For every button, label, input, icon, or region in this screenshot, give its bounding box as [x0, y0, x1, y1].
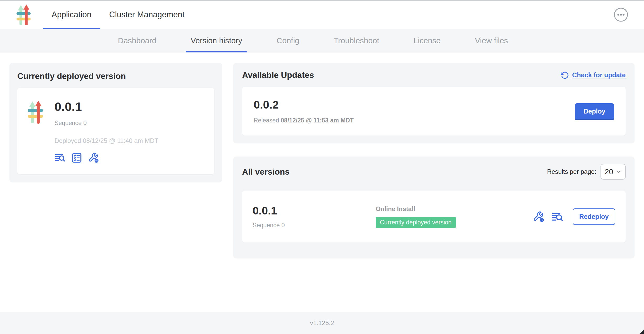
app-logo-icon [15, 4, 32, 25]
edit-config-icon[interactable] [533, 211, 544, 222]
results-per-page-select[interactable]: 20 [601, 164, 626, 180]
app-subnav: Dashboard Version history Config Trouble… [0, 29, 644, 52]
app-header: Application Cluster Management [0, 0, 644, 29]
app-footer: v1.125.2 [0, 312, 644, 334]
available-updates-panel: Available Updates Check for update 0.0.2… [233, 63, 635, 143]
currently-deployed-card: 0.0.1 Sequence 0 Deployed 08/12/25 @ 11:… [17, 88, 214, 174]
currently-deployed-panel: Currently deployed version 0.0.1 Sequenc… [9, 63, 222, 182]
tab-application[interactable]: Application [43, 0, 100, 29]
results-per-page-label: Results per page: [547, 168, 596, 175]
all-versions-title: All versions [242, 167, 290, 177]
tab-version-history-label: Version history [191, 36, 242, 45]
available-updates-title: Available Updates [242, 70, 314, 80]
version-row: 0.0.1 Sequence 0 Online Install Currentl… [242, 191, 626, 243]
deployed-action-icons [54, 152, 158, 163]
check-for-update-link[interactable]: Check for update [561, 71, 626, 79]
deployed-timestamp: Deployed 08/12/25 @ 11:40 am MDT [54, 137, 158, 144]
refresh-icon [561, 71, 569, 79]
primary-nav: Application Cluster Management [43, 0, 193, 29]
tab-troubleshoot-label: Troubleshoot [334, 36, 379, 45]
tab-version-history[interactable]: Version history [186, 29, 247, 52]
tab-troubleshoot[interactable]: Troubleshoot [329, 29, 384, 52]
console-version: v1.125.2 [310, 319, 334, 327]
update-version-number: 0.0.2 [254, 98, 354, 111]
tab-cluster-management-label: Cluster Management [109, 10, 185, 19]
tab-dashboard[interactable]: Dashboard [113, 29, 161, 52]
tab-license[interactable]: License [409, 29, 445, 52]
deployed-sequence: Sequence 0 [54, 120, 158, 127]
currently-deployed-title: Currently deployed version [17, 71, 214, 81]
tab-config[interactable]: Config [272, 29, 304, 52]
update-released-timestamp: Released 08/12/25 @ 11:53 am MDT [254, 117, 354, 124]
view-logs-icon[interactable] [551, 211, 562, 222]
available-update-row: 0.0.2 Released 08/12/25 @ 11:53 am MDT D… [242, 87, 626, 136]
tab-view-files[interactable]: View files [470, 29, 513, 52]
deployed-version-number: 0.0.1 [54, 99, 158, 114]
view-logs-icon[interactable] [54, 152, 66, 163]
edit-config-icon[interactable] [88, 152, 99, 163]
chevron-down-icon [616, 169, 622, 175]
tab-application-label: Application [52, 10, 91, 19]
all-versions-panel: All versions Results per page: 20 0.0.1 … [233, 157, 635, 258]
preflight-checks-icon[interactable] [71, 152, 82, 163]
tab-license-label: License [413, 36, 440, 45]
tab-dashboard-label: Dashboard [118, 36, 156, 45]
ellipsis-menu-icon[interactable] [614, 7, 628, 22]
check-for-update-label: Check for update [572, 71, 626, 79]
tab-view-files-label: View files [475, 36, 508, 45]
app-logo-icon [27, 99, 43, 125]
deploy-button[interactable]: Deploy [575, 103, 614, 119]
released-date: 08/12/25 @ 11:53 am MDT [281, 117, 354, 124]
row-sequence: Sequence 0 [253, 222, 376, 229]
tab-config-label: Config [277, 36, 299, 45]
results-per-page-value: 20 [605, 168, 613, 176]
window-top-edge [0, 0, 644, 1]
currently-deployed-badge: Currently deployed version [376, 217, 456, 228]
released-prefix: Released [254, 117, 281, 124]
redeploy-button[interactable]: Redeploy [573, 208, 615, 225]
row-install-type: Online Install [376, 205, 533, 213]
tab-cluster-management[interactable]: Cluster Management [100, 0, 194, 29]
mouse-cursor [639, 329, 644, 334]
row-version-number: 0.0.1 [253, 204, 376, 217]
